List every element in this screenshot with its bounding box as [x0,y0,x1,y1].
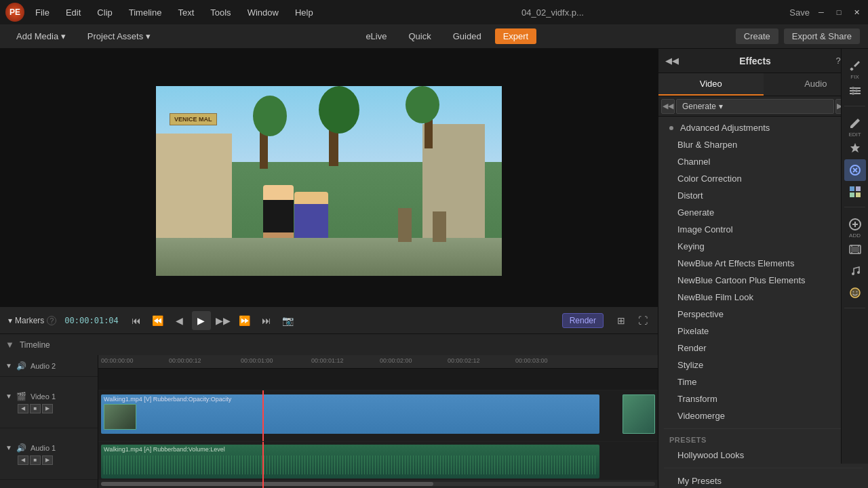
play-button[interactable]: ▶ [192,311,211,330]
fx-color-button[interactable] [844,181,866,203]
save-button[interactable]: Save [789,7,810,18]
generate-dropdown[interactable]: Generate [676,99,834,114]
video-frame: VENICE MAL [156,86,502,276]
minimize-button[interactable]: ─ [815,6,827,18]
list-item-render[interactable]: Render [658,340,868,357]
multi-view-button[interactable]: ⊞ [612,311,631,330]
fx-music-button[interactable] [844,260,866,282]
fx-add-button[interactable]: ADD [844,217,866,239]
audio1-toggle-btn[interactable]: ■ [30,455,41,465]
video1-icon: 🎬 [16,392,26,401]
video1-toggle-btn[interactable]: ■ [30,404,41,413]
project-assets-button[interactable]: Project Assets [79,28,159,44]
audio1-prev-btn[interactable]: ◀ [18,455,28,465]
titlebar-left: PE File Edit Clip Timeline Text Tools Wi… [5,3,316,22]
menu-clip[interactable]: Clip [94,6,115,19]
render-button[interactable]: Render [562,313,604,328]
timeline-expand-icon[interactable]: ▼ [5,340,14,350]
main-content: VENICE MAL ▾ Marker [0,49,868,488]
list-item-newblue-art[interactable]: NewBlue Art Effects Elements [658,255,868,272]
fx-edit-button[interactable]: EDIT [844,116,866,138]
step-back-button[interactable]: ⏪ [149,311,167,330]
go-to-start-button[interactable]: ⏮ [127,311,146,330]
menu-text[interactable]: Text [175,6,197,19]
track-area: 00:00:00:00 00:00:00:12 00:00:01:00 00:0… [98,355,658,488]
add-media-button[interactable]: Add Media [8,28,74,44]
video1-prev-btn[interactable]: ◀ [18,404,28,413]
list-item-transform[interactable]: Transform [658,390,868,407]
snapshot-button[interactable]: 📷 [279,311,298,330]
effects-header: ◀◀ Effects ? FIX [658,49,868,73]
menu-help[interactable]: Help [292,6,316,19]
timeline: ▼ Timeline ▼ 🔊 Audio 2 ▼ 🎬 [0,333,658,488]
list-item-advanced-adjustments[interactable]: Advanced Adjustments [658,119,868,136]
effects-panel-collapse[interactable]: ◀◀ [664,53,680,69]
elive-tab[interactable]: eLive [357,28,395,44]
menu-edit[interactable]: Edit [63,6,83,19]
list-item-generate[interactable]: Generate [658,204,868,221]
list-item-pixelate[interactable]: Pixelate [658,323,868,340]
menu-timeline[interactable]: Timeline [126,6,165,19]
list-item-my-presets[interactable]: My Presets [658,472,868,488]
timecode-display: 00:00:01:04 [64,316,118,325]
audio1-expand-icon[interactable]: ▼ [5,444,12,451]
fullscreen-button[interactable]: ⛶ [633,311,652,330]
audio2-icon: 🔊 [16,361,26,371]
list-item-time[interactable]: Time [658,373,868,390]
fx-wrench-button[interactable]: FIX [844,58,866,80]
menu-file[interactable]: File [33,6,52,19]
svg-point-4 [852,87,854,89]
tab-video[interactable]: Video [658,73,764,96]
list-item-hollywood-looks[interactable]: Hollywood Looks [658,447,868,464]
expert-tab[interactable]: Expert [495,28,537,44]
fx-emoji-button[interactable] [844,282,866,304]
video-clip[interactable]: Walking1.mp4 [V] Rubberband:Opacity:Opac… [101,394,599,434]
svg-point-16 [858,245,859,247]
export-share-button[interactable]: Export & Share [784,28,860,44]
video1-expand-icon[interactable]: ▼ [5,392,12,400]
quick-tab[interactable]: Quick [400,28,439,44]
restore-button[interactable]: □ [833,6,845,18]
project-title: 04_02_vidfx.p... [521,7,584,18]
rewind-button[interactable]: ◀ [170,311,189,330]
ruler-3: 00:00:01:12 [311,357,344,364]
create-button[interactable]: Create [736,28,778,44]
close-button[interactable]: ✕ [850,6,863,18]
list-item-color-correction[interactable]: Color Correction [658,170,868,187]
fx-star-button[interactable] [844,138,866,159]
fx-sliders-button[interactable] [844,80,866,102]
step-forward-button[interactable]: ⏩ [235,311,254,330]
list-item-videomerge[interactable]: Videomerge [658,407,868,424]
view-icons: ⊞ ⛶ [612,311,652,330]
audio2-expand-icon[interactable]: ▼ [5,362,12,369]
menu-window[interactable]: Window [245,6,281,19]
list-item-channel[interactable]: Channel [658,153,868,170]
list-item-blur-sharpen[interactable]: Blur & Sharpen [658,136,868,153]
fix-label-text: FIX [850,74,859,80]
titlebar-menus: File Edit Clip Timeline Text Tools Windo… [33,6,316,19]
list-item-image-control[interactable]: Image Control [658,221,868,238]
svg-point-5 [855,89,858,92]
menu-tools[interactable]: Tools [208,6,233,19]
audio1-icon: 🔊 [16,443,26,453]
fx-film-button[interactable] [844,239,866,260]
markers-button[interactable]: ▾ Markers ? [8,316,56,325]
list-item-newblue-cartoon[interactable]: NewBlue Cartoon Plus Elements [658,272,868,289]
fast-forward-button[interactable]: ▶▶ [214,311,233,330]
effects-panel: ◀◀ Effects ? FIX Video Audio ◀◀ Generate… [658,49,868,488]
list-item-distort[interactable]: Distort [658,187,868,204]
svg-rect-0 [850,67,854,71]
fx-effects-button[interactable] [844,159,866,181]
audio1-next-btn[interactable]: ▶ [42,455,53,465]
list-item-perspective[interactable]: Perspective [658,306,868,323]
effects-title: Effects [680,56,830,66]
audio-clip[interactable]: Walking1.mp4 [A] Rubberband:Volume:Level [101,445,599,479]
effects-list: Advanced Adjustments Blur & Sharpen Chan… [658,117,868,488]
effects-nav-prev[interactable]: ◀◀ [661,99,675,114]
guided-tab[interactable]: Guided [445,28,490,44]
go-to-end-button[interactable]: ⏭ [257,311,276,330]
list-item-stylize[interactable]: Stylize [658,357,868,373]
list-item-newblue-film[interactable]: NewBlue Film Look [658,289,868,306]
list-item-keying[interactable]: Keying [658,238,868,255]
video1-next-btn[interactable]: ▶ [42,404,53,413]
